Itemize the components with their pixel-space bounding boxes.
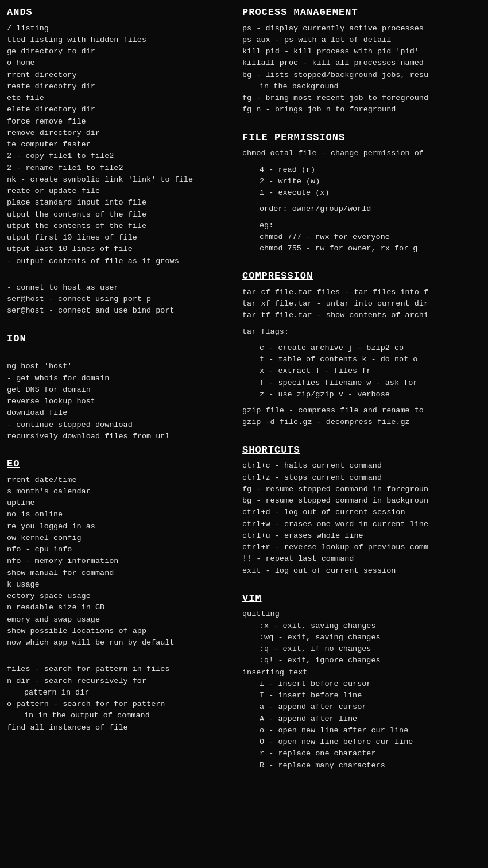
section-network: ng host 'host' - get whois for domain ge… <box>7 356 228 442</box>
section-search: files - search for pattern in files n di… <box>7 659 228 734</box>
section-body-search: files - search for pattern in files n di… <box>7 663 228 734</box>
section-process-management: PROCESS MANAGEMENT ps - display currentl… <box>242 6 481 116</box>
section-body-network: ng host 'host' - get whois for domain ge… <box>7 361 228 442</box>
section-body-shortcuts: ctrl+c - halts current command ctrl+z - … <box>242 460 481 577</box>
section-title-info: EO <box>7 457 228 472</box>
section-body-process: ps - display currently active processes … <box>242 23 481 116</box>
section-body-vim: quitting :x - exit, saving changes :wq -… <box>242 608 481 771</box>
section-ssh: - connet to host as user ser@host - conn… <box>7 277 228 317</box>
section-title-shortcuts: SHORTCUTS <box>242 443 481 458</box>
section-body-info: rrent date/time s month's calendar uptim… <box>7 474 228 649</box>
section-body-commands: / listing tted listing with hidden files… <box>7 23 228 267</box>
page-container: ANDS / listing tted listing with hidden … <box>0 0 488 788</box>
section-info-title: EO rrent date/time s month's calendar up… <box>7 453 228 649</box>
left-column: ANDS / listing tted listing with hidden … <box>0 0 235 788</box>
section-commands: ANDS / listing tted listing with hidden … <box>7 6 228 267</box>
section-title-vim: VIM <box>242 592 481 606</box>
section-ion: ION <box>7 327 228 346</box>
section-title-ion: ION <box>7 332 228 346</box>
right-column: PROCESS MANAGEMENT ps - display currentl… <box>235 0 488 788</box>
section-shortcuts: SHORTCUTS ctrl+c - halts current command… <box>242 439 481 577</box>
section-body-compression: tar cf file.tar files - tar files into f… <box>242 287 481 429</box>
section-title-commands: ANDS <box>7 6 228 20</box>
section-vim: VIM quitting :x - exit, saving changes :… <box>242 587 481 771</box>
section-body-ssh: - connet to host as user ser@host - conn… <box>7 282 228 317</box>
section-body-permissions: chmod octal file - change permission of … <box>242 148 481 254</box>
section-file-permissions: FILE PERMISSIONS chmod octal file - chan… <box>242 126 481 255</box>
section-title-permissions: FILE PERMISSIONS <box>242 131 481 145</box>
section-title-compression: COMPRESSION <box>242 269 481 284</box>
section-compression: COMPRESSION tar cf file.tar files - tar … <box>242 265 481 428</box>
section-title-process: PROCESS MANAGEMENT <box>242 6 481 20</box>
